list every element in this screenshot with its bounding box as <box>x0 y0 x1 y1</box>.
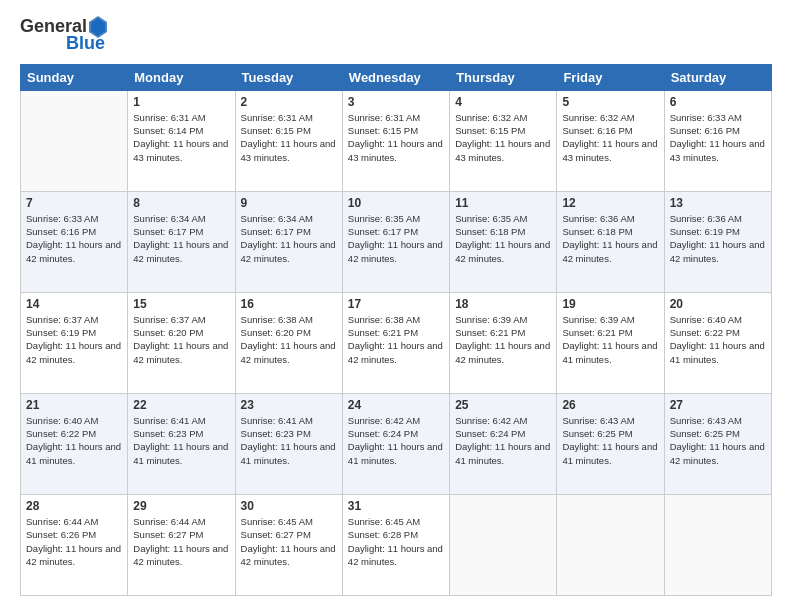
day-number: 9 <box>241 196 337 210</box>
day-number: 19 <box>562 297 658 311</box>
col-header-monday: Monday <box>128 64 235 90</box>
calendar-cell: 8Sunrise: 6:34 AMSunset: 6:17 PMDaylight… <box>128 191 235 292</box>
day-info: Sunrise: 6:44 AMSunset: 6:26 PMDaylight:… <box>26 515 122 568</box>
day-info: Sunrise: 6:31 AMSunset: 6:15 PMDaylight:… <box>241 111 337 164</box>
day-number: 11 <box>455 196 551 210</box>
calendar-cell: 18Sunrise: 6:39 AMSunset: 6:21 PMDayligh… <box>450 292 557 393</box>
day-number: 21 <box>26 398 122 412</box>
calendar-cell: 13Sunrise: 6:36 AMSunset: 6:19 PMDayligh… <box>664 191 771 292</box>
day-number: 7 <box>26 196 122 210</box>
day-info: Sunrise: 6:31 AMSunset: 6:14 PMDaylight:… <box>133 111 229 164</box>
day-number: 28 <box>26 499 122 513</box>
calendar-cell: 30Sunrise: 6:45 AMSunset: 6:27 PMDayligh… <box>235 494 342 595</box>
day-info: Sunrise: 6:36 AMSunset: 6:18 PMDaylight:… <box>562 212 658 265</box>
calendar-cell: 14Sunrise: 6:37 AMSunset: 6:19 PMDayligh… <box>21 292 128 393</box>
day-info: Sunrise: 6:40 AMSunset: 6:22 PMDaylight:… <box>26 414 122 467</box>
day-number: 18 <box>455 297 551 311</box>
day-number: 30 <box>241 499 337 513</box>
day-info: Sunrise: 6:43 AMSunset: 6:25 PMDaylight:… <box>670 414 766 467</box>
day-number: 1 <box>133 95 229 109</box>
calendar-cell <box>557 494 664 595</box>
logo-blue-text: Blue <box>66 34 105 54</box>
calendar-cell: 19Sunrise: 6:39 AMSunset: 6:21 PMDayligh… <box>557 292 664 393</box>
calendar-cell: 28Sunrise: 6:44 AMSunset: 6:26 PMDayligh… <box>21 494 128 595</box>
day-info: Sunrise: 6:42 AMSunset: 6:24 PMDaylight:… <box>455 414 551 467</box>
calendar-cell: 23Sunrise: 6:41 AMSunset: 6:23 PMDayligh… <box>235 393 342 494</box>
day-number: 5 <box>562 95 658 109</box>
calendar-cell: 31Sunrise: 6:45 AMSunset: 6:28 PMDayligh… <box>342 494 449 595</box>
day-info: Sunrise: 6:35 AMSunset: 6:17 PMDaylight:… <box>348 212 444 265</box>
calendar-cell <box>664 494 771 595</box>
calendar-cell: 25Sunrise: 6:42 AMSunset: 6:24 PMDayligh… <box>450 393 557 494</box>
calendar-cell: 11Sunrise: 6:35 AMSunset: 6:18 PMDayligh… <box>450 191 557 292</box>
day-number: 20 <box>670 297 766 311</box>
page: General Blue SundayMondayTuesdayWednesda… <box>0 0 792 612</box>
calendar-cell: 5Sunrise: 6:32 AMSunset: 6:16 PMDaylight… <box>557 90 664 191</box>
calendar-cell: 1Sunrise: 6:31 AMSunset: 6:14 PMDaylight… <box>128 90 235 191</box>
day-number: 8 <box>133 196 229 210</box>
day-info: Sunrise: 6:44 AMSunset: 6:27 PMDaylight:… <box>133 515 229 568</box>
logo: General Blue <box>20 16 105 54</box>
day-info: Sunrise: 6:45 AMSunset: 6:27 PMDaylight:… <box>241 515 337 568</box>
calendar-cell <box>21 90 128 191</box>
day-number: 22 <box>133 398 229 412</box>
calendar-cell: 16Sunrise: 6:38 AMSunset: 6:20 PMDayligh… <box>235 292 342 393</box>
day-info: Sunrise: 6:34 AMSunset: 6:17 PMDaylight:… <box>133 212 229 265</box>
day-number: 15 <box>133 297 229 311</box>
day-info: Sunrise: 6:34 AMSunset: 6:17 PMDaylight:… <box>241 212 337 265</box>
calendar-cell: 3Sunrise: 6:31 AMSunset: 6:15 PMDaylight… <box>342 90 449 191</box>
day-info: Sunrise: 6:33 AMSunset: 6:16 PMDaylight:… <box>670 111 766 164</box>
calendar-cell: 26Sunrise: 6:43 AMSunset: 6:25 PMDayligh… <box>557 393 664 494</box>
day-number: 2 <box>241 95 337 109</box>
calendar-cell: 2Sunrise: 6:31 AMSunset: 6:15 PMDaylight… <box>235 90 342 191</box>
day-info: Sunrise: 6:41 AMSunset: 6:23 PMDaylight:… <box>133 414 229 467</box>
day-info: Sunrise: 6:40 AMSunset: 6:22 PMDaylight:… <box>670 313 766 366</box>
col-header-wednesday: Wednesday <box>342 64 449 90</box>
day-number: 26 <box>562 398 658 412</box>
day-number: 16 <box>241 297 337 311</box>
day-info: Sunrise: 6:33 AMSunset: 6:16 PMDaylight:… <box>26 212 122 265</box>
day-info: Sunrise: 6:32 AMSunset: 6:15 PMDaylight:… <box>455 111 551 164</box>
calendar-cell: 17Sunrise: 6:38 AMSunset: 6:21 PMDayligh… <box>342 292 449 393</box>
day-number: 31 <box>348 499 444 513</box>
day-info: Sunrise: 6:45 AMSunset: 6:28 PMDaylight:… <box>348 515 444 568</box>
day-number: 6 <box>670 95 766 109</box>
day-info: Sunrise: 6:38 AMSunset: 6:20 PMDaylight:… <box>241 313 337 366</box>
col-header-tuesday: Tuesday <box>235 64 342 90</box>
day-info: Sunrise: 6:39 AMSunset: 6:21 PMDaylight:… <box>562 313 658 366</box>
day-number: 29 <box>133 499 229 513</box>
header: General Blue <box>20 16 772 54</box>
day-number: 10 <box>348 196 444 210</box>
day-info: Sunrise: 6:37 AMSunset: 6:19 PMDaylight:… <box>26 313 122 366</box>
day-number: 4 <box>455 95 551 109</box>
day-info: Sunrise: 6:37 AMSunset: 6:20 PMDaylight:… <box>133 313 229 366</box>
calendar-cell: 24Sunrise: 6:42 AMSunset: 6:24 PMDayligh… <box>342 393 449 494</box>
calendar-cell: 9Sunrise: 6:34 AMSunset: 6:17 PMDaylight… <box>235 191 342 292</box>
calendar-cell: 12Sunrise: 6:36 AMSunset: 6:18 PMDayligh… <box>557 191 664 292</box>
calendar-cell: 15Sunrise: 6:37 AMSunset: 6:20 PMDayligh… <box>128 292 235 393</box>
day-number: 24 <box>348 398 444 412</box>
day-info: Sunrise: 6:43 AMSunset: 6:25 PMDaylight:… <box>562 414 658 467</box>
calendar-cell: 29Sunrise: 6:44 AMSunset: 6:27 PMDayligh… <box>128 494 235 595</box>
calendar-cell: 4Sunrise: 6:32 AMSunset: 6:15 PMDaylight… <box>450 90 557 191</box>
day-number: 27 <box>670 398 766 412</box>
day-info: Sunrise: 6:41 AMSunset: 6:23 PMDaylight:… <box>241 414 337 467</box>
day-number: 25 <box>455 398 551 412</box>
calendar-cell <box>450 494 557 595</box>
day-info: Sunrise: 6:31 AMSunset: 6:15 PMDaylight:… <box>348 111 444 164</box>
col-header-thursday: Thursday <box>450 64 557 90</box>
calendar-cell: 6Sunrise: 6:33 AMSunset: 6:16 PMDaylight… <box>664 90 771 191</box>
calendar-cell: 7Sunrise: 6:33 AMSunset: 6:16 PMDaylight… <box>21 191 128 292</box>
day-info: Sunrise: 6:38 AMSunset: 6:21 PMDaylight:… <box>348 313 444 366</box>
calendar-cell: 21Sunrise: 6:40 AMSunset: 6:22 PMDayligh… <box>21 393 128 494</box>
day-number: 3 <box>348 95 444 109</box>
calendar-cell: 22Sunrise: 6:41 AMSunset: 6:23 PMDayligh… <box>128 393 235 494</box>
col-header-sunday: Sunday <box>21 64 128 90</box>
day-number: 23 <box>241 398 337 412</box>
calendar-cell: 20Sunrise: 6:40 AMSunset: 6:22 PMDayligh… <box>664 292 771 393</box>
day-info: Sunrise: 6:32 AMSunset: 6:16 PMDaylight:… <box>562 111 658 164</box>
day-info: Sunrise: 6:36 AMSunset: 6:19 PMDaylight:… <box>670 212 766 265</box>
day-number: 13 <box>670 196 766 210</box>
calendar-cell: 27Sunrise: 6:43 AMSunset: 6:25 PMDayligh… <box>664 393 771 494</box>
col-header-saturday: Saturday <box>664 64 771 90</box>
